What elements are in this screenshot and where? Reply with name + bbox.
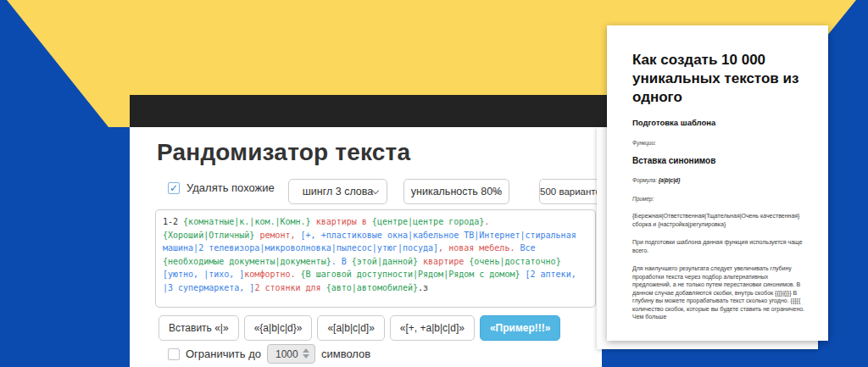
template-text-segment: 2 стоянки для	[254, 283, 326, 292]
template-text-segment: {Хороший|Отличный}	[163, 231, 254, 240]
insert-brackets-button[interactable]: «[a|b|c|d]»	[317, 315, 384, 341]
paper-body: Для наилучшего результата следует увелич…	[632, 264, 806, 321]
paper-h2: Подготовка шаблона	[632, 118, 806, 127]
limit-suffix: символов	[321, 348, 370, 360]
template-text-segment: квартиры в	[311, 217, 372, 226]
template-text-segment: комфортно.	[244, 270, 295, 279]
article-paper: Как создать 10 000 уникальных текстов из…	[607, 25, 828, 341]
paper-label: Функции:	[632, 140, 806, 146]
remove-similar-label: Удалять похожие	[186, 181, 275, 194]
paper-h3: Вставка синонимов	[632, 156, 806, 165]
template-text-segment: {этой|данной}	[352, 257, 418, 266]
template-text-segment: {очень|достаточно}	[469, 257, 560, 266]
limit-number-input[interactable]: 1000	[267, 344, 315, 364]
template-text-segment: {В шаговой доступности|Рядом|Рядом с дом…	[296, 270, 520, 279]
top-nav-bar	[130, 95, 607, 127]
template-text-segment: {комнатные|к.|ком.|Комн.}	[183, 217, 311, 226]
remove-similar-row: ✓ Удалять похожие	[168, 181, 275, 194]
insert-braces-button[interactable]: «{a|b|c|d}»	[244, 315, 313, 341]
page-title: Рандомизатор текста	[157, 139, 410, 166]
template-text-segment: .	[484, 217, 489, 226]
paper-body: {Бережная|Ответственная|Тщательная|Очень…	[632, 212, 806, 228]
paper-h1: Как создать 10 000 уникальных текстов из…	[632, 51, 806, 107]
limit-row: Ограничить до 1000 символов	[168, 344, 370, 364]
main-card: Рандомизатор текста ✓ Удалять похожие ши…	[130, 127, 602, 367]
number-stepper-icon[interactable]	[303, 348, 309, 359]
insert-buttons-row: Вставить «|»«{a|b|c|d}»«[a|b|c|d]»«[+, +…	[159, 315, 560, 341]
limit-label: Ограничить до	[186, 348, 261, 360]
template-text-segment: ремонт,	[254, 231, 300, 240]
remove-similar-checkbox[interactable]: ✓	[168, 182, 180, 194]
shingle-select[interactable]: шингл 3 слова	[288, 179, 387, 204]
shingle-select-value: шингл 3 слова	[303, 186, 373, 197]
template-text-segment: {необходимые документы|документы}	[163, 257, 331, 266]
template-text-segment: [уютно, |тихо, ]	[163, 270, 244, 279]
template-text-segment: Все	[515, 243, 535, 253]
paper-formula: Формула: {a|b|c|d}	[632, 177, 806, 183]
template-textarea[interactable]: 1-2 {комнатные|к.|ком.|Комн.} квартиры в…	[155, 209, 596, 308]
paper-content: Как создать 10 000 уникальных текстов из…	[632, 51, 806, 321]
limit-value: 1000	[268, 348, 298, 360]
limit-checkbox[interactable]	[168, 348, 180, 360]
template-text-segment: .з	[418, 283, 428, 292]
insert-pipe-button[interactable]: Вставить «|»	[159, 315, 239, 341]
template-text-segment: , новая мебель.	[438, 243, 515, 253]
example-button[interactable]: «Пример!!!»	[480, 315, 561, 341]
template-text-segment: {авто|автомобилей}	[326, 283, 418, 292]
template-text-segment: {центре|центре города}	[372, 217, 484, 226]
template-text-segment: 1-2	[163, 217, 183, 226]
template-text-segment: квартире	[418, 257, 469, 266]
paper-body: При подготовки шаблона данная функция ис…	[632, 238, 806, 254]
insert-plus-brackets-button[interactable]: «[+, +a|b|c|d]»	[390, 315, 475, 341]
uniqueness-select[interactable]: уникальность 80%	[403, 179, 509, 204]
template-text-segment: . В	[331, 257, 352, 266]
paper-label: Пример:	[632, 196, 806, 202]
uniqueness-select-value: уникальность 80%	[411, 186, 502, 197]
